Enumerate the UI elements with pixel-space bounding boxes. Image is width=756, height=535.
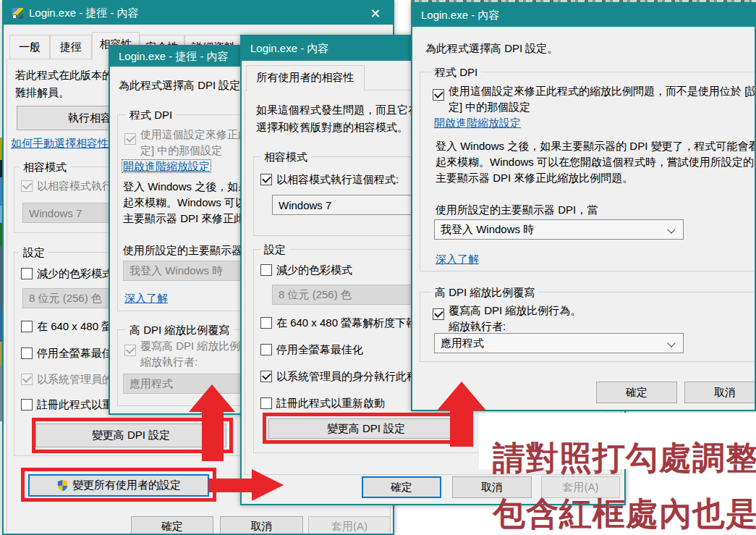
close-button[interactable] [364,4,386,22]
resolution-640-checkbox[interactable] [260,317,272,329]
chevron-down-icon [667,339,675,347]
register-restart-checkbox[interactable] [21,399,33,410]
override-dpi-line2: 縮放執行者: [140,355,198,368]
program-dpi-group-label: 程式 DPI [431,66,481,78]
settings-group-label: 設定 [260,243,289,256]
advanced-scaling-link[interactable]: 開啟進階縮放設定 [122,159,211,173]
annotation-note-line1: 請對照打勾處調整 [493,437,756,480]
compat-mode-checkbox-label: 以相容模式執行這個程式: [276,172,399,186]
program-dpi-group-label: 程式 DPI [126,109,176,121]
check-icon [434,308,443,318]
override-dpi-line2: 縮放執行者: [449,319,506,333]
compat-intro-line2: 選擇和較舊版對應的相容模式。 [256,120,408,134]
compat-mode-group-label: 相容模式 [260,151,311,163]
annotation-note-line2: 包含紅框處內也是 [493,492,756,535]
highlight-box-all-users-button [21,468,216,502]
learn-more-link[interactable]: 深入了解 [436,252,479,266]
titlebar-high-dpi: Login.exe - 內容 [412,4,755,27]
ok-button[interactable]: 確定 [131,516,213,535]
settings-group-label: 設定 [20,246,48,258]
use-dpi-label: 使用所設定的主要顯示器 DPI，當 [436,203,598,216]
reduced-color-checkbox[interactable] [260,264,272,276]
highlight-box-change-dpi-allusers [263,413,469,444]
up-arrow-icon [437,382,486,410]
compat-mode-checkbox[interactable] [260,174,272,185]
cancel-button[interactable]: 取消 [684,382,756,403]
chevron-down-icon [667,225,675,233]
check-icon [262,174,271,183]
dpi-override-group-label: 高 DPI 縮放比例覆寫 [431,286,538,298]
run-as-admin-label: 以系統管理員的身分執行此程式 [276,369,428,383]
screen: Login.exe - 捷徑 - 內容 一般 捷徑 相容性 安全性 詳細資料 若… [0,0,756,535]
override-dpi-line1: 覆寫高 DPI 縮放比例行為。 [449,303,581,317]
compat-mode-group-label: 相容模式 [20,161,70,173]
compat-intro-line2: 難排解員。 [15,85,69,99]
run-as-admin-checkbox[interactable] [21,374,33,385]
reduced-color-label: 減少的色彩模式 [276,263,352,277]
disable-fullscreen-checkbox[interactable] [260,344,272,355]
override-dpi-checkbox[interactable] [433,308,444,320]
dialog-high-dpi: Login.exe - 內容 為此程式選擇高 DPI 設定。 程式 DPI 使用… [411,2,756,411]
check-icon [22,180,32,190]
use-setting-line1: 使用這個設定來修正此程式的縮放比例問題，而不是使用位於 [設 [449,84,756,98]
up-arrow-icon [189,384,235,412]
tab-all-users-compat[interactable]: 所有使用者的相容性 [246,65,365,91]
override-dpi-checkbox[interactable] [124,345,136,356]
register-restart-label: 註冊此程式以重新啟動 [276,396,385,410]
cancel-button[interactable]: 取消 [220,516,303,535]
advanced-scaling-link[interactable]: 開啟進階縮放設定 [434,116,521,130]
resolution-640-label: 在 640 x 480 螢幕解析度下執行 [276,316,428,329]
use-setting-checkbox[interactable] [124,133,136,145]
window-title: Login.exe - 內容 [250,42,328,56]
dpi-intro: 為此程式選擇高 DPI 設定。 [119,78,251,92]
ok-button[interactable]: 確定 [596,382,677,403]
dpi-para-line2: 起來模糊。Windows 可以在您開啟這個程式時，嘗試使用所設定的 [436,155,754,169]
apply-button[interactable]: 套用(A) [308,516,391,535]
check-icon [126,133,135,143]
app-icon [12,8,23,19]
dpi-para-line3: 主要顯示器 DPI 來修正此縮放比例問題。 [436,171,633,185]
titlebar-shortcut-properties: Login.exe - 捷徑 - 內容 [4,1,393,25]
tab-shortcut[interactable]: 捷徑 [50,35,92,59]
tab-general[interactable]: 一般 [9,35,50,59]
check-icon [126,345,135,354]
dpi-when-dropdown[interactable]: 我登入 Windows 時 [434,219,684,240]
window-title: Login.exe - 捷徑 - 內容 [29,7,139,20]
window-title: Login.exe - 內容 [421,9,499,22]
reduced-color-checkbox[interactable] [21,268,33,279]
use-setting-checkbox[interactable] [433,89,444,101]
right-arrow-icon [252,469,284,501]
disable-fullscreen-label: 停用全螢幕最佳化 [276,342,363,356]
check-icon [22,374,32,383]
use-setting-line2: 定] 中的那個設定 [140,143,222,157]
resolution-640-checkbox[interactable] [21,321,33,332]
ok-button[interactable]: 確定 [362,476,441,498]
highlight-box-change-dpi-shortcut [32,418,233,453]
compat-mode-checkbox[interactable] [21,180,33,192]
use-setting-line2: 定] 中的那個設定 [449,100,530,114]
window-title: Login.exe - 捷徑 - 內容 [119,50,229,64]
dpi-para-line1: 登入 Windows 之後，如果主要顯示器的 DPI 變更了，程式可能會看 [436,139,756,153]
check-icon [434,89,443,98]
disable-fullscreen-checkbox[interactable] [21,347,33,359]
dpi-override-group-label: 高 DPI 縮放比例覆寫 [126,324,233,336]
check-icon [262,371,271,380]
dpi-intro: 為此程式選擇高 DPI 設定。 [425,41,558,55]
learn-more-link[interactable]: 深入了解 [124,291,168,305]
scaled-by-dropdown[interactable]: 應用程式 [434,333,684,353]
register-restart-checkbox[interactable] [260,397,272,409]
close-icon [370,9,380,18]
run-as-admin-checkbox[interactable] [260,371,272,382]
reduced-color-label: 減少的色彩模式 [37,266,113,280]
